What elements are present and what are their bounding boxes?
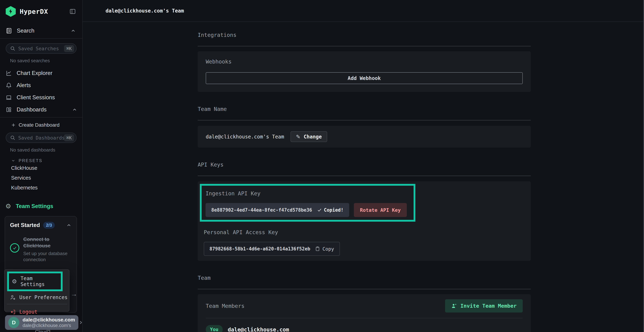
saved-dashboards-input[interactable] xyxy=(18,135,64,140)
create-dashboard-label: Create Dashboard xyxy=(18,122,60,128)
copy-action[interactable]: Copy xyxy=(315,246,334,252)
main-area: dale@clickhouse.com's Team Integrations … xyxy=(83,0,644,332)
search-icon xyxy=(10,46,16,51)
preset-item-services[interactable]: Services xyxy=(0,173,82,183)
user-team-name: dale@clickhouse.com's xyxy=(22,323,75,328)
menu-item-logout[interactable]: Logout xyxy=(10,309,69,315)
saved-searches-input[interactable] xyxy=(18,46,64,51)
team-name-heading: Team Name xyxy=(198,106,531,112)
menu-item-label: Logout xyxy=(19,309,38,315)
check-circle-icon xyxy=(10,243,19,252)
sidebar-item-alerts[interactable]: Alerts xyxy=(0,79,82,92)
team-name-value: dale@clickhouse.com's Team xyxy=(206,134,284,140)
divider xyxy=(198,46,531,46)
change-team-name-button[interactable]: ✎ Change xyxy=(290,131,327,142)
check-icon xyxy=(317,208,322,212)
sidebar-item-dashboards[interactable]: Dashboards xyxy=(0,104,82,116)
sidebar-item-client-sessions[interactable]: Client Sessions xyxy=(0,92,82,104)
menu-item-label: Team Settings xyxy=(20,276,58,287)
change-label: Change xyxy=(304,134,322,140)
sidebar-nav: Chart Explorer Alerts Client Sessions Da… xyxy=(0,67,82,118)
copy-label-text: Copy xyxy=(322,246,334,252)
member-name: dale@clickhouse.com xyxy=(228,326,289,332)
team-settings-label: Team Settings xyxy=(16,203,53,210)
presets-toggle[interactable]: PRESETS xyxy=(11,158,82,163)
presets-label: PRESETS xyxy=(18,158,42,163)
annotation-box-team-settings: ⚙ Team Settings xyxy=(7,272,62,291)
avatar: D xyxy=(8,317,19,328)
menu-divider xyxy=(7,304,67,304)
menu-item-label: User Preferences xyxy=(19,294,68,300)
copied-label: Copied! xyxy=(324,207,344,213)
nav-label: Client Sessions xyxy=(17,94,55,101)
invite-team-member-button[interactable]: Invite Team Member xyxy=(445,299,523,312)
logo-row: HyperDX xyxy=(0,0,82,23)
saved-searches-input-wrap[interactable]: ⌘K xyxy=(6,43,76,54)
get-started-step-connect[interactable]: Connect to ClickHouse Set up your databa… xyxy=(10,236,72,262)
sidebar-item-chart-explorer[interactable]: Chart Explorer xyxy=(0,67,82,79)
ingestion-key-label: Ingestion API Key xyxy=(206,190,409,196)
webhooks-card: Webhooks Add Webhook xyxy=(198,51,531,92)
no-saved-dashboards-text: No saved dashboards xyxy=(10,147,82,153)
progress-badge: 2/3 xyxy=(43,222,55,228)
search-icon xyxy=(10,135,16,140)
team-name-card: dale@clickhouse.com's Team ✎ Change xyxy=(198,126,531,148)
webhooks-title: Webhooks xyxy=(206,58,523,65)
saved-dashboards-input-wrap[interactable]: ⌘K xyxy=(6,132,76,143)
chevron-up-icon[interactable] xyxy=(70,28,76,34)
divider xyxy=(198,120,531,120)
divider xyxy=(198,289,531,289)
integrations-heading: Integrations xyxy=(198,32,531,38)
chevron-up-icon[interactable] xyxy=(72,107,77,112)
cmd-k-shortcut-badge: ⌘K xyxy=(64,45,74,52)
user-plus-icon xyxy=(451,303,457,309)
dashboards-grid-icon xyxy=(6,106,12,113)
divider xyxy=(206,318,523,318)
chevron-down-icon xyxy=(11,158,16,163)
clipped-text-fragment: Cloud? xyxy=(35,329,50,332)
nav-label: Alerts xyxy=(17,82,31,88)
team-members-title: Team Members xyxy=(206,303,244,309)
gear-icon: ⚙ xyxy=(12,278,17,284)
collapse-sidebar-button[interactable] xyxy=(70,8,76,15)
add-webhook-button[interactable]: Add Webhook xyxy=(206,72,523,84)
chevron-up-icon[interactable] xyxy=(66,222,72,228)
step-title: Connect to ClickHouse xyxy=(23,236,72,249)
step-description: Set up your database connection xyxy=(23,250,72,263)
scrollbar[interactable] xyxy=(643,0,644,332)
rotate-api-key-button[interactable]: Rotate API Key xyxy=(354,203,407,217)
ingestion-key-chip[interactable]: 8e887902-4ed7-44ea-8fec-f47cd578be36 Cop… xyxy=(206,203,349,217)
chevron-right-icon xyxy=(78,320,83,325)
chart-icon xyxy=(6,70,12,76)
you-badge: You xyxy=(206,325,223,332)
user-account-chip[interactable]: D dale@clickhouse.com dale@clickhouse.co… xyxy=(5,315,78,330)
personal-key-value: 87982668-58b1-4d6e-a620-014a136f52eb xyxy=(210,246,310,252)
invite-label: Invite Team Member xyxy=(460,303,517,309)
create-dashboard-button[interactable]: Create Dashboard xyxy=(0,118,82,129)
personal-key-chip[interactable]: 87982668-58b1-4d6e-a620-014a136f52eb Cop… xyxy=(204,242,340,256)
sidebar: HyperDX Search ⌘K No saved searches xyxy=(0,0,83,332)
search-section-label: Search xyxy=(17,28,34,34)
user-context-menu: ⚙ Team Settings User Preferences Logout xyxy=(4,270,70,312)
user-email: dale@clickhouse.com xyxy=(22,317,75,323)
team-heading: Team xyxy=(198,275,531,281)
arrow-right-icon[interactable]: → xyxy=(70,290,77,298)
page-header: dale@clickhouse.com's Team xyxy=(83,0,644,22)
sidebar-item-team-settings[interactable]: ⚙ Team Settings xyxy=(0,203,82,210)
page-title: dale@clickhouse.com's Team xyxy=(106,8,184,14)
preset-item-kubernetes[interactable]: Kubernetes xyxy=(0,183,82,193)
preset-item-clickhouse[interactable]: ClickHouse xyxy=(0,163,82,173)
nav-label: Chart Explorer xyxy=(17,70,52,76)
ingestion-key-value: 8e887902-4ed7-44ea-8fec-f47cd578be36 xyxy=(211,207,312,213)
no-saved-searches-text: No saved searches xyxy=(10,58,82,64)
app-root: HyperDX Search ⌘K No saved searches xyxy=(0,0,644,332)
team-members-card: Team Members Invite Team Member You dale… xyxy=(198,294,531,332)
cmd-k-shortcut-badge: ⌘K xyxy=(64,134,74,141)
annotation-box-ingestion-key: Ingestion API Key 8e887902-4ed7-44ea-8fe… xyxy=(200,184,416,222)
settings-content: Integrations Webhooks Add Webhook Team N… xyxy=(198,22,531,332)
menu-item-team-settings[interactable]: ⚙ Team Settings xyxy=(9,273,61,290)
sidebar-section-search[interactable]: Search xyxy=(0,23,82,39)
laptop-icon xyxy=(6,94,12,100)
menu-item-user-preferences[interactable]: User Preferences xyxy=(10,294,69,300)
journal-icon xyxy=(6,28,12,34)
